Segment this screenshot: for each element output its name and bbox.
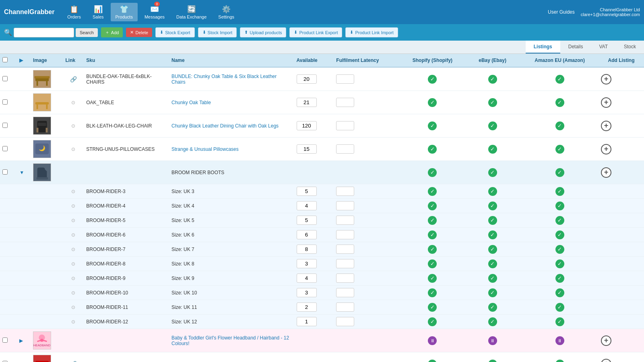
nav-settings[interactable]: ⚙️ Settings — [213, 3, 239, 21]
fulfillment-input[interactable] — [336, 230, 354, 239]
row-checkbox[interactable] — [2, 99, 8, 105]
available-input[interactable] — [297, 187, 317, 196]
expand-icon[interactable]: ▶ — [19, 338, 23, 343]
sku-cell: OAK_TABLE — [84, 91, 169, 114]
ebay-check-icon: ✓ — [488, 168, 497, 177]
nav-products[interactable]: 👕 Products — [111, 3, 138, 21]
fulfillment-input[interactable] — [336, 302, 354, 312]
ebay-check-icon: ✓ — [488, 259, 497, 268]
user-guides-link[interactable]: User Guides — [548, 9, 575, 15]
collapse-icon[interactable]: ▼ — [19, 170, 24, 175]
fulfillment-input[interactable] — [336, 259, 354, 268]
fulfillment-input[interactable] — [336, 98, 354, 107]
product-name[interactable]: Chunky Black Leather Dining Chair with O… — [171, 123, 279, 129]
fulfillment-input[interactable] — [336, 274, 354, 283]
product-link-export-button[interactable]: ⬇ Product Link Export — [289, 27, 342, 37]
product-name[interactable]: Strange & Unusual Pillowcases — [171, 146, 239, 152]
link-icon-cell: 🔗 — [63, 352, 84, 362]
available-input[interactable] — [297, 121, 317, 130]
nav-orders[interactable]: 📋 Orders — [62, 3, 86, 21]
add-button[interactable]: ＋ Add — [101, 27, 123, 37]
add-listing-button[interactable]: + — [601, 335, 611, 346]
fulfillment-input[interactable] — [336, 144, 354, 154]
product-link-export-icon: ⬇ — [294, 30, 297, 35]
available-input[interactable] — [297, 144, 317, 154]
product-link-icon[interactable]: 🔗 — [70, 361, 77, 362]
fulfillment-input[interactable] — [336, 317, 354, 326]
product-link-import-button[interactable]: ⬇ Product Link Import — [345, 27, 398, 37]
col-header-name: Name — [169, 54, 294, 67]
fulfillment-input[interactable] — [336, 74, 354, 84]
row-checkbox-cell — [0, 329, 17, 352]
delete-button[interactable]: ✕ Delete — [126, 28, 152, 37]
nav-data-exchange[interactable]: 🔄 Data Exchange — [171, 3, 211, 21]
product-link-export-label: Product Link Export — [299, 30, 338, 35]
stock-import-button[interactable]: ⬇ Stock Import — [198, 27, 237, 37]
upload-products-button[interactable]: ⬆ Upload products — [240, 27, 286, 37]
row-checkbox[interactable] — [2, 146, 8, 151]
col-header-add-listing: Add Listing — [599, 54, 644, 67]
available-input[interactable] — [297, 317, 317, 326]
fulfillment-input[interactable] — [336, 245, 354, 254]
fulfillment-input[interactable] — [336, 187, 354, 196]
available-input[interactable] — [297, 201, 317, 210]
available-input[interactable] — [297, 216, 317, 225]
row-checkbox[interactable] — [2, 123, 8, 128]
available-input[interactable] — [297, 74, 317, 84]
tab-stock[interactable]: Stock — [616, 41, 644, 53]
fulfillment-input[interactable] — [336, 201, 354, 210]
product-image-svg — [33, 70, 51, 88]
row-checkbox[interactable] — [2, 169, 8, 175]
fulfillment-cell — [334, 352, 401, 362]
row-checkbox[interactable] — [2, 76, 8, 81]
available-input[interactable] — [297, 274, 317, 283]
add-listing-button[interactable]: + — [601, 121, 611, 131]
stock-export-button[interactable]: ⬇ Stock Export — [155, 27, 194, 37]
ebay-check-icon: ✓ — [488, 230, 497, 239]
ebay-check-icon: ✓ — [488, 216, 497, 225]
product-image-cell — [31, 114, 63, 138]
product-name[interactable]: BUNDLE: Chunky Oak Table & Six Black Lea… — [171, 74, 277, 85]
add-listing-button[interactable]: + — [601, 167, 611, 178]
available-input[interactable] — [297, 259, 317, 268]
sku-text: BROOM-RIDER-6 — [86, 232, 125, 238]
row-checkbox[interactable] — [2, 337, 8, 343]
amazon-check-icon: ✓ — [555, 98, 564, 107]
table-row: ⊙ BROOM-RIDER-6 Size: UK 6 ✓ ✓ ✓ — [0, 228, 644, 242]
link-icon-cell — [63, 161, 84, 184]
name-cell: Strange & Unusual Pillowcases — [169, 138, 294, 161]
product-link-icon[interactable]: 🔗 — [70, 76, 77, 82]
select-all-checkbox[interactable] — [2, 57, 8, 62]
fulfillment-input[interactable] — [336, 121, 354, 130]
row-checkbox[interactable] — [2, 361, 8, 362]
add-listing-button[interactable]: + — [601, 97, 611, 108]
product-name[interactable]: Baby & Toddler Girl's Flower Headband / … — [171, 335, 289, 346]
sku-text: STRNG-UNUS-PILLOWCASES — [86, 146, 155, 152]
product-name[interactable]: BROOM RIDER BOOTS — [171, 170, 224, 175]
tab-vat[interactable]: VAT — [591, 41, 616, 53]
available-cell — [294, 114, 334, 138]
tab-details[interactable]: Details — [560, 41, 591, 53]
product-name[interactable]: Chunky Oak Table — [171, 100, 211, 105]
available-input[interactable] — [297, 302, 317, 312]
fulfillment-input[interactable] — [336, 216, 354, 225]
add-listing-button[interactable]: + — [601, 74, 611, 84]
add-listing-button[interactable]: + — [601, 359, 611, 362]
tab-listings[interactable]: Listings — [526, 41, 560, 53]
product-table-body: ▶ 🔗 BUNDLE-OAK-TABLE-6xBLK-CHAIRS BUNDLE… — [0, 67, 644, 362]
search-input[interactable] — [14, 28, 74, 37]
svg-rect-2 — [46, 81, 48, 86]
available-input[interactable] — [297, 245, 317, 254]
ebay-cell: ✓ — [464, 138, 521, 161]
nav-sales[interactable]: 📊 Sales — [88, 3, 109, 21]
add-listing-button[interactable]: + — [601, 144, 611, 154]
available-input[interactable] — [297, 98, 317, 107]
available-input[interactable] — [297, 230, 317, 239]
fulfillment-input[interactable] — [336, 288, 354, 297]
expand-all-icon[interactable]: ▶ — [19, 58, 23, 63]
amazon-cell: ✓ — [521, 114, 599, 138]
available-input[interactable] — [297, 288, 317, 297]
amazon-check-icon: ✓ — [555, 187, 564, 196]
nav-messages[interactable]: ✉️ Messages 0 — [140, 3, 169, 21]
search-button[interactable]: Search — [76, 28, 98, 37]
